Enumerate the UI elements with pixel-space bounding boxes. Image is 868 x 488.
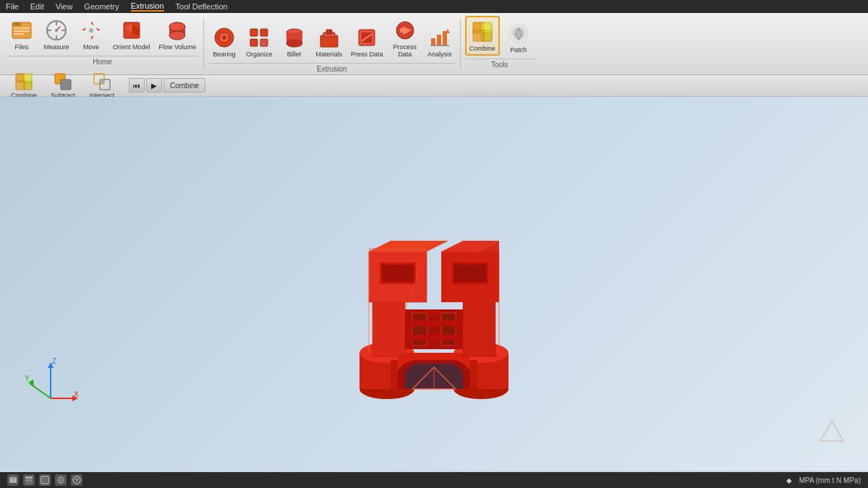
svg-rect-117 [43,478,47,482]
svg-rect-3 [14,30,30,32]
tool-press-data[interactable]: Press Data [348,23,386,60]
svg-rect-52 [473,30,484,41]
sub-toolbar: Combine Subtract Intersect ⏮ ▶ [0,75,868,97]
play-controls: ⏮ ▶ Combine [129,78,205,93]
tool-bearing[interactable]: Bearing [208,23,240,60]
menu-tool-deflection[interactable]: Tool Deflection [176,2,228,11]
svg-rect-45 [437,35,441,46]
svg-text:Z: Z [52,357,56,365]
svg-rect-76 [373,299,405,356]
svg-rect-59 [16,81,25,90]
svg-rect-4 [14,33,24,35]
svg-marker-15 [93,27,101,30]
triangle-button[interactable] [817,416,846,445]
tool-files[interactable]: Files [6,16,38,53]
3d-model [333,179,535,411]
svg-rect-113 [25,476,33,479]
status-icon-4[interactable] [55,474,67,486]
menu-geometry[interactable]: Geometry [84,2,119,11]
tool-move[interactable]: Move [75,16,107,53]
tool-patch[interactable]: Patch [503,19,535,56]
svg-marker-12 [91,21,94,28]
svg-point-119 [60,479,62,481]
tool-process-data[interactable]: ProcessData [389,16,421,60]
svg-rect-115 [25,482,33,484]
menu-edit[interactable]: Edit [30,2,44,11]
tool-measure[interactable]: Measure [41,16,72,53]
divider-2 [460,19,461,69]
tool-materials[interactable]: Materials [313,23,346,60]
svg-point-34 [286,40,302,47]
model-svg [333,179,535,411]
svg-rect-2 [14,27,30,29]
status-icon-1[interactable] [7,474,19,486]
svg-text:Y: Y [25,374,30,382]
menu-file[interactable]: File [6,2,19,11]
svg-point-24 [169,22,185,31]
group-label-home: Home [6,56,199,66]
svg-rect-84 [405,335,463,341]
ribbon-group-extrusion: Bearing Organize [208,16,456,73]
svg-rect-78 [463,299,495,356]
svg-point-23 [169,31,185,40]
svg-rect-43 [400,28,403,33]
svg-rect-97 [454,265,486,282]
svg-rect-81 [441,313,456,346]
svg-rect-95 [382,265,414,282]
svg-text:X: X [74,390,79,398]
tool-billet[interactable]: Billet [278,23,310,60]
menu-extrusion[interactable]: Extrusion [131,1,164,12]
svg-rect-28 [250,29,258,36]
ribbon-toolbar: Files Meas [0,13,868,75]
status-icon-3[interactable] [39,474,51,486]
tool-combine[interactable]: Combine [465,16,500,56]
svg-rect-61 [61,80,71,90]
svg-rect-44 [431,38,435,46]
svg-rect-112 [11,476,14,479]
svg-rect-30 [250,39,258,46]
group-label-extrusion: Extrusion [208,63,456,73]
tool-flow-volume[interactable]: Flow Volume [156,16,200,53]
menu-bar: File Edit View Geometry Extrusion Tool D… [0,0,868,13]
svg-point-16 [89,28,93,33]
units-indicator: ◆ [786,476,792,484]
ribbon-group-home: Files Meas [6,16,199,66]
svg-marker-14 [82,27,89,30]
status-icons [7,474,82,486]
svg-marker-13 [91,33,94,40]
svg-rect-31 [260,39,268,46]
svg-rect-80 [412,313,427,346]
svg-point-11 [55,29,58,32]
viewport[interactable]: Z X Y [0,97,868,471]
rewind-button[interactable]: ⏮ [129,78,145,93]
divider-1 [203,19,204,69]
svg-marker-93 [369,248,427,252]
status-icon-2[interactable] [23,474,35,486]
tool-analysis[interactable]: Analysis [424,23,456,60]
status-bar: ◆ MPA (mm t N MPa) [0,472,868,488]
svg-rect-37 [326,30,332,34]
svg-marker-110 [820,421,843,441]
svg-rect-114 [25,479,33,481]
group-label-tools: Tools [465,59,535,69]
status-icon-5[interactable] [71,474,82,486]
svg-rect-64 [100,80,104,84]
status-right: ◆ MPA (mm t N MPa) [786,476,861,484]
combine-run-button[interactable]: Combine [163,78,205,93]
menu-view[interactable]: View [56,2,73,11]
play-button[interactable]: ▶ [146,78,162,93]
svg-rect-29 [260,29,268,36]
axes-indicator: Z X Y [22,355,80,413]
svg-rect-83 [405,320,463,326]
ribbon-group-tools: Combine Patch Tools [465,16,535,69]
units-label: MPA (mm t N MPa) [799,476,861,484]
svg-point-27 [222,35,226,40]
tool-organize[interactable]: Organize [243,23,276,60]
tool-orient-model[interactable]: Orient Model [110,16,153,53]
svg-rect-1 [12,22,21,26]
